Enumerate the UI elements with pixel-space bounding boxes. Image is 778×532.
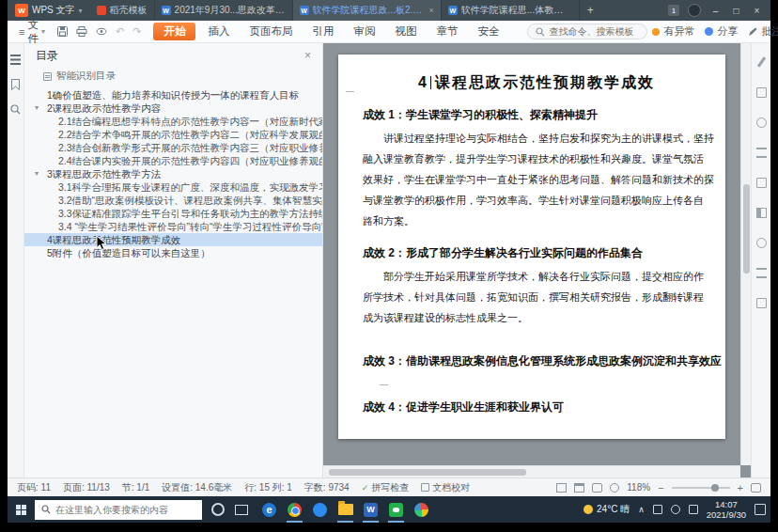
body-line[interactable]: 部分学生开始采用课堂所学技术，解决各行业实际问题，提交相应的作: [363, 266, 710, 287]
body-line[interactable]: 与课堂教学的积极作用，学习效率高。学生针对课堂问题积极响应上传各自: [363, 190, 710, 211]
volume-icon[interactable]: [671, 505, 680, 514]
chevron-down-icon[interactable]: ▾: [35, 167, 39, 180]
tray-expand-icon[interactable]: ∧: [638, 505, 645, 514]
list-tool-icon[interactable]: [756, 268, 767, 278]
word-count[interactable]: 字数: 9734: [304, 481, 350, 494]
body-line[interactable]: 成为该课程建设的标志性成果之一。: [363, 307, 710, 328]
spell-check-button[interactable]: ✓ 拼写检查: [362, 481, 410, 494]
help-tool-icon[interactable]: [756, 238, 767, 248]
ribbon-tab-insert[interactable]: 插入: [200, 23, 237, 40]
fit-page-icon[interactable]: [751, 483, 761, 493]
contrast-tool-icon[interactable]: [756, 208, 767, 218]
close-window-button[interactable]: ×: [751, 6, 763, 16]
horizontal-scrollbar[interactable]: [323, 465, 740, 477]
save-icon[interactable]: [57, 26, 68, 37]
action-center-icon[interactable]: [755, 504, 766, 515]
network-icon[interactable]: [653, 505, 662, 514]
close-tab-icon[interactable]: ×: [429, 6, 434, 15]
edit-pen-icon[interactable]: [756, 56, 765, 68]
zoom-slider-thumb[interactable]: [711, 484, 719, 492]
toc-item-1[interactable]: 1确价值塑造、能力培养和知识传授为一体的课程育人目标: [24, 88, 322, 102]
proofread-button[interactable]: 文档校对: [421, 481, 470, 494]
body-line[interactable]: 融入课堂教育教学，提升学生学习课程技术的积极性和兴趣度。课堂气氛活: [363, 149, 710, 169]
redo-icon[interactable]: ↷: [132, 26, 141, 37]
body-line[interactable]: 路和方案。: [363, 211, 710, 231]
taskbar-app-messenger[interactable]: [307, 496, 333, 523]
comment-button[interactable]: 批注: [748, 24, 778, 39]
chevron-down-icon[interactable]: ▾: [35, 102, 39, 115]
toc-item-2-2[interactable]: 2.2结合学术争鸣开展的示范性教学内容二（对应科学发展观的培养目标）: [24, 128, 322, 141]
format-icon[interactable]: [756, 87, 767, 98]
sync-status[interactable]: 有异常: [652, 24, 694, 39]
outline-panel-icon[interactable]: [10, 55, 21, 65]
notification-badge[interactable]: 1: [668, 5, 679, 16]
taskbar-app-wps[interactable]: W: [358, 496, 383, 523]
search-icon[interactable]: [10, 104, 21, 115]
bookmark-icon[interactable]: [11, 79, 20, 90]
table-tool-icon[interactable]: [756, 178, 767, 188]
taskbar-app-edge[interactable]: e: [257, 496, 282, 523]
ribbon-tab-home[interactable]: 开始: [153, 23, 195, 40]
scrollbar-thumb[interactable]: [329, 469, 526, 476]
vertical-scrollbar[interactable]: [740, 43, 751, 465]
close-panel-icon[interactable]: ×: [304, 49, 311, 62]
scrollbar-thumb[interactable]: [743, 184, 750, 274]
minimize-button[interactable]: –: [709, 6, 722, 16]
toc-item-3-2[interactable]: 3.2借助“思政案例模板设计、课程思政案例共享、集体智慧实战演练”理念，自…: [24, 194, 322, 207]
zoom-in-icon[interactable]: +: [738, 482, 743, 493]
taskbar-clock[interactable]: 14:07 2021/9/30: [707, 499, 746, 520]
print-icon[interactable]: [76, 26, 87, 37]
tab-docer[interactable]: 稻壳模板: [90, 0, 155, 21]
zoom-level[interactable]: 118%: [627, 482, 650, 493]
file-menu[interactable]: ≡ 文件 ▾: [15, 18, 49, 46]
fullscreen-view-icon[interactable]: [610, 483, 619, 493]
print-preview-icon[interactable]: [96, 26, 107, 37]
zoom-out-icon[interactable]: −: [658, 482, 663, 493]
taskbar-search[interactable]: [35, 500, 202, 520]
ribbon-tab-references[interactable]: 引用: [304, 23, 341, 40]
zoom-slider[interactable]: [672, 487, 730, 489]
print-layout-view-icon[interactable]: [556, 483, 567, 493]
outline-view-icon[interactable]: [574, 483, 584, 493]
layout-tool-icon[interactable]: [756, 298, 767, 308]
task-view-icon[interactable]: [235, 505, 248, 515]
ribbon-tab-page-layout[interactable]: 页面布局: [241, 23, 300, 40]
taskbar-app-chrome[interactable]: [282, 496, 307, 523]
web-layout-view-icon[interactable]: [592, 483, 602, 493]
cortana-icon[interactable]: [211, 503, 225, 516]
ribbon-tab-view[interactable]: 视图: [387, 23, 424, 40]
tab-document-2-active[interactable]: W 软件学院课程思政...板2.0-马春霞 ×: [293, 0, 442, 21]
start-button[interactable]: [8, 496, 34, 523]
new-tab-button[interactable]: +: [580, 4, 601, 17]
tab-document-1[interactable]: W 2021年9月30...思政改革案例撰写专题会: [155, 0, 293, 21]
command-search[interactable]: [527, 23, 647, 39]
document-page[interactable]: — 4课程思政示范性预期教学成效 成效 1：学生课堂学习的积极性、探索精神提升 …: [338, 55, 725, 439]
taskbar-app-photos[interactable]: [409, 496, 434, 523]
taskbar-app-wechat[interactable]: [383, 496, 409, 523]
undo-icon[interactable]: ↶: [116, 26, 124, 37]
ribbon-tab-section[interactable]: 章节: [428, 23, 465, 40]
input-method-icon[interactable]: [689, 505, 698, 514]
section-title-2[interactable]: 成效 2：形成了部分学生解决各行业实际问题的作品集合: [363, 245, 710, 261]
toc-item-2-1[interactable]: 2.1结合编程思想学科特点的示范性教学内容一（对应新时代家国观的培养目标）: [24, 115, 322, 128]
paragraph-tool-icon[interactable]: [756, 148, 767, 158]
toc-item-4-selected[interactable]: 4课程思政示范性预期教学成效: [24, 233, 322, 246]
tab-document-3[interactable]: W 软件学院课程思...体教师继续完善: [442, 0, 580, 21]
document-heading[interactable]: 4课程思政示范性预期教学成效: [363, 73, 710, 93]
ribbon-tab-security[interactable]: 安全: [470, 23, 506, 40]
command-search-input[interactable]: [549, 26, 639, 37]
body-line[interactable]: 效果好，学生在课堂学习中一直处于紧张的思考问题、解答问题和新技术的探: [363, 169, 710, 190]
body-line[interactable]: 讲课过程坚持理论与实际相结合，坚持启发和探究为主的讲课模式，坚持: [363, 128, 710, 149]
taskbar-app-explorer[interactable]: [333, 496, 358, 523]
section-title-3[interactable]: 成效 3：借助课程思政案例信息化管理系统形成思政案例沉淀和共享效应: [363, 353, 710, 369]
section-title-4[interactable]: 成效 4：促进学生职业生涯和获业界认可: [363, 399, 710, 415]
weather-widget[interactable]: 24°C 晴: [584, 503, 630, 516]
toc-item-2-3[interactable]: 2.3结合创新教学形式开展的示范性教学内容三（对应职业修养观的培养目标——…: [24, 141, 322, 154]
toc-item-2-4[interactable]: 2.4结合课内实验开展的示范性教学内容四（对应职业修养观的培养目标——解决…: [24, 154, 322, 167]
toc-item-3-1[interactable]: 3.1科学合理拓展专业课程的广度、深度和温度，实现激发学习动机的教学方法: [24, 180, 322, 194]
toc-item-3-3[interactable]: 3.3保证精准跟踪学生平台引导和任务联动为主的教学方法持续推进情况: [24, 207, 322, 220]
toc-item-3-4[interactable]: 3.4 “学生学习结果性评价导向”转向“学生学习过程性评价导向”的教…: [24, 220, 322, 233]
smart-catalog-button[interactable]: 智能识别目录: [24, 68, 322, 88]
toc-item-3[interactable]: ▾3课程思政示范性教学方法: [24, 167, 322, 180]
body-line[interactable]: 所学技术，针对具体问题，拓宽知识面，撰写相关研究报告，形成翻转课程: [363, 287, 710, 307]
